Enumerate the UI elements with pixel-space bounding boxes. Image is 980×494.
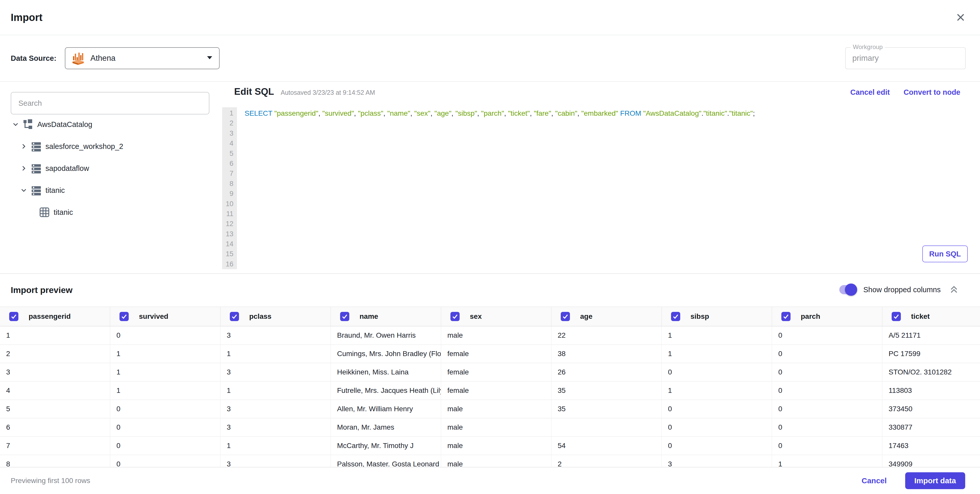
cell-pclass: 3: [221, 418, 331, 436]
cell-sibsp: 1: [662, 345, 772, 363]
cell-passengerid: 3: [0, 363, 110, 381]
table-row: 603Moran, Mr. Jamesmale00330877: [0, 418, 980, 437]
column-checkbox-sex[interactable]: [450, 312, 460, 321]
cell-parch: 0: [772, 400, 883, 418]
column-checkbox-sibsp[interactable]: [671, 312, 680, 321]
column-label: ticket: [911, 312, 930, 320]
cell-age: 22: [552, 327, 662, 344]
sql-token-str: "cabin": [555, 109, 578, 117]
run-sql-button[interactable]: Run SQL: [922, 245, 968, 262]
cell-passengerid: 6: [0, 418, 110, 436]
tree-item-label: AwsDataCatalog: [37, 120, 92, 129]
sql-token-kw: SELECT: [245, 109, 272, 117]
search-input[interactable]: [11, 92, 209, 115]
line-number: 13: [222, 229, 237, 239]
line-number: 15: [222, 249, 237, 259]
athena-logo-icon: [71, 51, 85, 66]
sql-token-pl: ,: [410, 109, 414, 117]
workgroup-input[interactable]: [846, 48, 965, 69]
sql-token-str: "passengerid": [274, 109, 318, 117]
table-row: 211Cumings, Mrs. John Bradley (Florencfe…: [0, 345, 980, 363]
chevron-right-icon[interactable]: [19, 142, 28, 151]
table-row: 411Futrelle, Mrs. Jacques Heath (Lily Ma…: [0, 382, 980, 400]
cell-ticket: 330877: [883, 418, 980, 436]
cell-survived: 0: [110, 400, 221, 418]
cell-sibsp: 0: [662, 400, 772, 418]
catalog-tree: AwsDataCatalogsalesforce_workshop_2sapod…: [0, 113, 220, 223]
workgroup-field: Workgroup: [845, 47, 966, 69]
cell-parch: 0: [772, 382, 883, 400]
caret-down-icon: [207, 56, 212, 61]
cell-name: McCarthy, Mr. Timothy J: [331, 437, 441, 455]
cell-sex: male: [441, 437, 552, 455]
cell-sex: female: [441, 382, 552, 400]
cell-age: 26: [552, 363, 662, 381]
tree-item-sapodataflow[interactable]: sapodataflow: [0, 157, 220, 179]
show-dropped-columns-label: Show dropped columns: [863, 285, 941, 294]
dialog-header: Import: [0, 0, 980, 35]
chevron-right-icon[interactable]: [19, 164, 28, 173]
cell-sibsp: 1: [662, 382, 772, 400]
cell-passengerid: 5: [0, 400, 110, 418]
close-icon[interactable]: [955, 11, 967, 24]
import-data-button[interactable]: Import data: [905, 472, 965, 489]
cell-name: Allen, Mr. William Henry: [331, 400, 441, 418]
cell-sex: female: [441, 363, 552, 381]
cell-ticket: 113803: [883, 382, 980, 400]
cell-name: Braund, Mr. Owen Harris: [331, 327, 441, 344]
cell-survived: 0: [110, 437, 221, 455]
sql-code-area[interactable]: 12345678910111213141516 SELECT "passenge…: [222, 107, 980, 273]
chevron-down-icon[interactable]: [11, 120, 20, 129]
column-checkbox-ticket[interactable]: [892, 312, 901, 321]
tree-item-titanic[interactable]: titanic: [0, 179, 220, 201]
cell-sex: male: [441, 327, 552, 344]
cell-age: 54: [552, 437, 662, 455]
column-checkbox-pclass[interactable]: [230, 312, 239, 321]
chevron-spacer: [27, 208, 36, 217]
cell-age: [552, 418, 662, 436]
cell-survived: 0: [110, 418, 221, 436]
cell-parch: 1: [772, 455, 883, 467]
collapse-section-icon[interactable]: [948, 284, 959, 295]
import-dialog: Import Data Source: Athena: [0, 0, 980, 494]
preview-title: Import preview: [11, 285, 73, 295]
column-checkbox-age[interactable]: [561, 312, 570, 321]
column-checkbox-parch[interactable]: [781, 312, 791, 321]
tree-item-titanic[interactable]: titanic: [0, 201, 220, 223]
cell-survived: 0: [110, 455, 221, 467]
sql-token-pl: [641, 109, 643, 117]
show-dropped-columns-toggle[interactable]: [839, 285, 856, 294]
cell-passengerid: 8: [0, 455, 110, 467]
sql-token-str: "survived": [322, 109, 354, 117]
sql-token-pl: ,: [578, 109, 581, 117]
line-number-gutter: 12345678910111213141516: [222, 107, 237, 269]
cancel-button[interactable]: Cancel: [862, 476, 886, 485]
sql-token-str: "ticket": [508, 109, 530, 117]
column-header-ticket: ticket: [883, 307, 980, 326]
tree-item-salesforce_workshop_2[interactable]: salesforce_workshop_2: [0, 135, 220, 157]
cancel-edit-link[interactable]: Cancel edit: [850, 88, 890, 97]
cell-parch: 0: [772, 418, 883, 436]
cell-pclass: 1: [221, 345, 331, 363]
table-row: 313Heikkinen, Miss. Lainafemale2600STON/…: [0, 363, 980, 382]
sql-token-kw: FROM: [620, 109, 641, 117]
column-label: age: [580, 312, 592, 320]
convert-to-node-link[interactable]: Convert to node: [904, 88, 960, 97]
line-number: 9: [222, 189, 237, 199]
tree-item-AwsDataCatalog[interactable]: AwsDataCatalog: [0, 113, 220, 135]
datasource-select[interactable]: Athena: [65, 47, 220, 69]
table-row: 503Allen, Mr. William Henrymale350037345…: [0, 400, 980, 418]
chevron-down-icon[interactable]: [19, 186, 28, 194]
autosave-status: Autosaved 3/23/23 at 9:14:52 AM: [281, 89, 375, 96]
column-label: pclass: [249, 312, 271, 320]
column-header-passengerid: passengerid: [0, 307, 110, 326]
column-checkbox-name[interactable]: [340, 312, 349, 321]
sql-token-str: "sibsp": [455, 109, 477, 117]
line-number: 1: [222, 108, 237, 118]
cell-pclass: 3: [221, 400, 331, 418]
cell-parch: 0: [772, 327, 883, 344]
column-checkbox-passengerid[interactable]: [9, 312, 18, 321]
column-checkbox-survived[interactable]: [119, 312, 129, 321]
cell-name: Moran, Mr. James: [331, 418, 441, 436]
table-icon: [39, 207, 50, 218]
